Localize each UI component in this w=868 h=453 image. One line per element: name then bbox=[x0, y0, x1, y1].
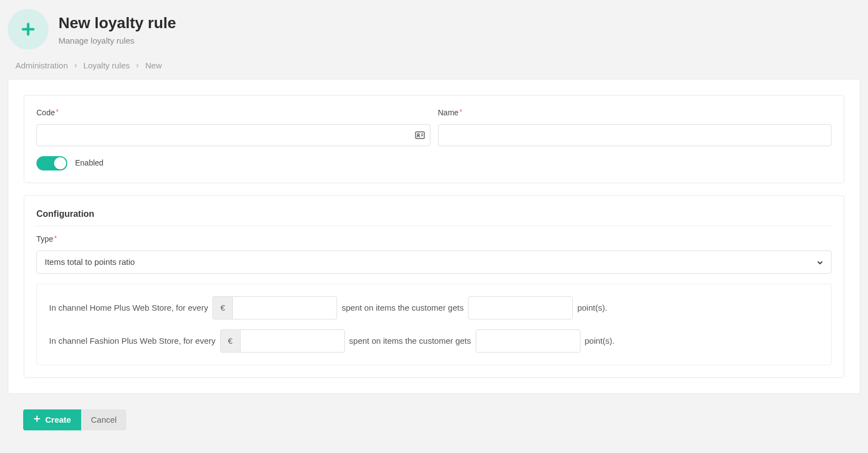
required-indicator: * bbox=[56, 108, 58, 116]
amount-input[interactable] bbox=[240, 329, 345, 353]
page-title: New loyalty rule bbox=[58, 12, 176, 34]
name-input[interactable] bbox=[438, 124, 832, 146]
points-input[interactable] bbox=[476, 329, 581, 353]
code-label: Code* bbox=[36, 108, 430, 119]
plus-circle-icon bbox=[8, 9, 49, 50]
cancel-button-label: Cancel bbox=[91, 415, 117, 424]
currency-symbol: € bbox=[220, 329, 240, 353]
plus-icon bbox=[33, 415, 41, 424]
channel-row: In channel Fashion Plus Web Store, for e… bbox=[49, 329, 819, 353]
channel-prefix-text: In channel Fashion Plus Web Store, for e… bbox=[49, 335, 216, 347]
create-button-label: Create bbox=[45, 415, 71, 424]
create-button[interactable]: Create bbox=[23, 409, 81, 430]
chevron-right-icon bbox=[73, 60, 78, 71]
breadcrumb-current: New bbox=[145, 60, 162, 71]
channel-middle-text: spent on items the customer gets bbox=[349, 335, 471, 347]
page-subtitle: Manage loyalty rules bbox=[58, 35, 176, 46]
form-panel: Code* bbox=[8, 79, 860, 394]
chevron-down-icon bbox=[817, 256, 823, 268]
channel-suffix-text: point(s). bbox=[585, 335, 615, 347]
configuration-segment: Configuration Type* Items total to point… bbox=[24, 195, 844, 378]
channel-middle-text: spent on items the customer gets bbox=[342, 302, 464, 313]
breadcrumb-loyalty-rules[interactable]: Loyalty rules bbox=[83, 60, 130, 71]
type-selected-value: Items total to points ratio bbox=[45, 256, 135, 268]
enabled-label: Enabled bbox=[75, 158, 103, 169]
svg-rect-2 bbox=[416, 132, 424, 138]
channel-row: In channel Home Plus Web Store, for ever… bbox=[49, 296, 819, 319]
enabled-toggle[interactable] bbox=[36, 156, 67, 170]
code-input[interactable] bbox=[36, 124, 430, 146]
basic-info-segment: Code* bbox=[24, 95, 844, 183]
type-label: Type* bbox=[36, 234, 832, 245]
configuration-title: Configuration bbox=[36, 208, 832, 226]
name-label: Name* bbox=[438, 108, 832, 119]
amount-input[interactable] bbox=[232, 296, 337, 319]
page-header: New loyalty rule Manage loyalty rules bbox=[8, 9, 860, 50]
points-input[interactable] bbox=[468, 296, 573, 319]
channel-suffix-text: point(s). bbox=[577, 302, 607, 313]
chevron-right-icon bbox=[135, 60, 140, 71]
required-indicator: * bbox=[460, 108, 462, 116]
channel-prefix-text: In channel Home Plus Web Store, for ever… bbox=[49, 302, 208, 313]
channels-segment: In channel Home Plus Web Store, for ever… bbox=[36, 284, 832, 365]
breadcrumb-administration[interactable]: Administration bbox=[15, 60, 68, 71]
type-select[interactable]: Items total to points ratio bbox=[36, 251, 832, 274]
breadcrumb: Administration Loyalty rules New bbox=[15, 60, 860, 71]
required-indicator: * bbox=[54, 235, 57, 242]
toggle-knob bbox=[54, 157, 66, 169]
form-actions: Create Cancel bbox=[8, 409, 860, 430]
svg-point-3 bbox=[417, 134, 419, 136]
currency-symbol: € bbox=[212, 296, 232, 319]
cancel-button[interactable]: Cancel bbox=[81, 409, 127, 430]
id-card-icon[interactable] bbox=[415, 131, 425, 139]
